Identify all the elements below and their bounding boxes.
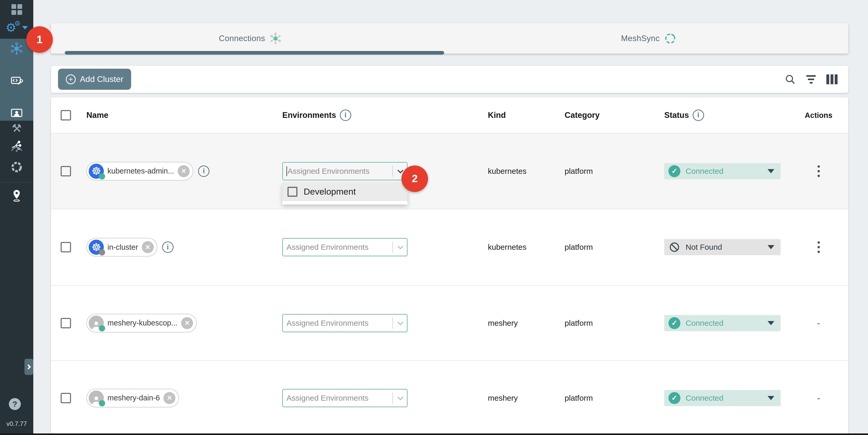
assigned-environments-select[interactable]: Assigned Environments (282, 389, 407, 407)
environments-placeholder: Assigned Environments (286, 319, 390, 328)
meshery-app: ⚙ ⚙ (0, 0, 868, 435)
assigned-environments-select[interactable]: Assigned Environments (282, 238, 407, 256)
meshery-ring-icon (10, 160, 23, 174)
sidebar: ⚙ ⚙ (0, 0, 33, 435)
sidebar-item-performance[interactable] (0, 141, 33, 154)
category-value: platform (565, 167, 593, 176)
meshsync-spinner-icon (664, 32, 677, 45)
connection-chip[interactable]: ☸ kubernetes-admin... ✕ (86, 162, 193, 181)
toolbar: + Add Cluster (51, 66, 848, 93)
environments-cell: Assigned Environments (282, 238, 407, 256)
tools-icon: ⚒ (12, 122, 22, 134)
row-actions-menu-icon[interactable] (816, 240, 822, 255)
status-label: Connected (686, 394, 723, 402)
status-caret-icon (768, 321, 774, 325)
connection-name: in-cluster (107, 243, 138, 252)
header-actions: Actions (805, 111, 832, 119)
search-icon[interactable] (784, 73, 796, 85)
environment-option[interactable]: Development (282, 182, 407, 201)
table-row: ☸ kubernetes-admin... ✕ i Assigned Envi (51, 133, 848, 209)
select-all-checkbox[interactable] (61, 110, 71, 120)
filter-icon[interactable] (805, 73, 817, 85)
header-status[interactable]: Status i (664, 110, 704, 121)
lifecycle-gears-icon: ⚙ ⚙ (5, 22, 16, 34)
connections-table: Name Environments i Kind Category Status… (51, 97, 848, 435)
active-tab-indicator (65, 51, 444, 55)
connected-check-icon: ✓ (669, 317, 680, 329)
header-name[interactable]: Name (86, 111, 108, 120)
chevron-down-icon[interactable] (398, 167, 404, 173)
tab-connections[interactable]: Connections (51, 23, 450, 54)
step-badge-2: 2 (401, 165, 428, 192)
dashboard-icon (11, 4, 22, 15)
select-divider (392, 392, 393, 404)
app-version: v0.7.77 (0, 420, 33, 428)
chevron-down-icon[interactable] (398, 244, 404, 249)
table-row: ☸ in-cluster ✕ i Assigned Environments (51, 209, 848, 285)
tab-meshsync[interactable]: MeshSync (450, 23, 848, 54)
header-environments[interactable]: Environments i (282, 110, 351, 121)
sidebar-collapse-button[interactable] (25, 359, 33, 375)
row-checkbox[interactable] (61, 166, 71, 177)
assigned-environments-select[interactable]: Assigned Environments (282, 314, 407, 332)
connection-info-icon[interactable]: i (162, 242, 174, 253)
environments-placeholder: Assigned Environments (286, 243, 390, 252)
sidebar-item-catalog[interactable] (0, 188, 33, 204)
header-kind[interactable]: Kind (488, 111, 506, 120)
table-header: Name Environments i Kind Category Status… (51, 97, 848, 133)
sidebar-item-extensions[interactable] (0, 160, 33, 174)
remove-connection-icon[interactable]: ✕ (178, 165, 190, 177)
table-row: ☸ meshery-kubescop... ✕ i Assigned Envi (51, 285, 848, 360)
location-pin-icon (11, 189, 22, 203)
connection-info-icon[interactable]: i (198, 165, 210, 177)
add-cluster-button[interactable]: + Add Cluster (58, 69, 131, 90)
status-chip[interactable]: ✓ Connected (664, 163, 781, 179)
category-value: platform (565, 319, 593, 328)
sidebar-item-configuration[interactable]: ⚒ (0, 121, 33, 135)
tab-connections-label: Connections (219, 34, 265, 43)
sidebar-lifecycle-group (0, 39, 33, 121)
chevron-down-icon[interactable] (398, 394, 404, 400)
environments-info-icon[interactable]: i (340, 110, 351, 121)
row-checkbox[interactable] (61, 318, 71, 328)
menu-bottom-strip (282, 201, 407, 205)
status-chip[interactable]: ✓ Connected (664, 315, 781, 331)
remove-connection-icon[interactable]: ✕ (142, 241, 154, 253)
status-info-icon[interactable]: i (693, 110, 704, 121)
row-checkbox[interactable] (61, 393, 71, 403)
environments-cell: Assigned Environments (282, 314, 407, 332)
category-value: platform (565, 394, 593, 402)
connection-name: meshery-kubescop... (107, 319, 178, 327)
connection-chip[interactable]: ☸ in-cluster ✕ (86, 238, 157, 256)
connections-tab-icon (269, 32, 282, 45)
remove-connection-icon[interactable]: ✕ (163, 392, 175, 404)
row-actions-menu-icon[interactable] (816, 164, 822, 179)
sidebar-item-adapters[interactable] (0, 75, 33, 87)
sidebar-item-workloads[interactable] (0, 107, 33, 119)
environments-cell: Assigned Environments Development 2 (282, 162, 407, 180)
kind-value: meshery (488, 319, 518, 328)
status-chip[interactable]: ✓ Connected (664, 390, 781, 406)
status-chip[interactable]: ✓ Not Found (664, 239, 781, 255)
option-checkbox[interactable] (287, 187, 298, 197)
connection-chip[interactable]: ☸ meshery-kubescop... ✕ (86, 314, 197, 333)
connection-chip[interactable]: ☸ meshery-dain-6 ✕ (86, 389, 179, 407)
status-caret-icon (768, 396, 774, 400)
remove-connection-icon[interactable]: ✕ (181, 317, 193, 329)
chevron-down-icon[interactable] (398, 319, 404, 325)
connection-avatar: ☸ (89, 316, 104, 331)
status-label: Not Found (686, 243, 722, 252)
connection-avatar: ☸ (89, 391, 104, 406)
no-actions-dash: - (817, 318, 820, 328)
add-cluster-label: Add Cluster (80, 74, 123, 84)
step-badge-1: 1 (26, 26, 53, 53)
text-cursor (286, 166, 287, 176)
sidebar-divider (0, 182, 33, 183)
sidebar-item-dashboard[interactable] (0, 3, 33, 15)
assigned-environments-select[interactable]: Assigned Environments (282, 162, 407, 180)
help-button[interactable]: ? (9, 398, 21, 410)
view-columns-icon[interactable] (826, 73, 838, 85)
table-row: ☸ meshery-dain-6 ✕ i Assigned Environme (51, 360, 848, 435)
row-checkbox[interactable] (61, 242, 71, 252)
header-category[interactable]: Category (565, 111, 599, 120)
